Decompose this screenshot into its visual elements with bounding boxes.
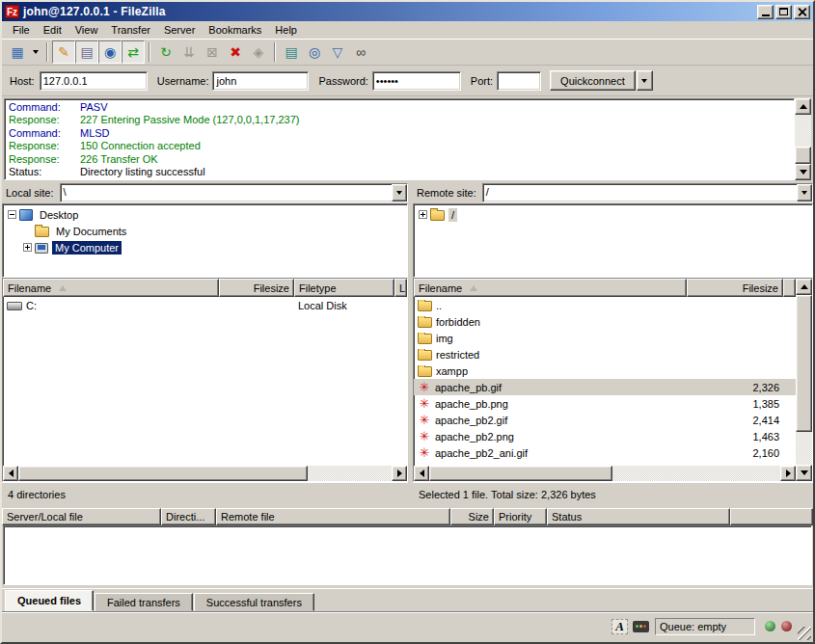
queue-col-size[interactable]: Size [450, 508, 494, 525]
toggle-remote-tree-button[interactable]: ◉ [98, 40, 122, 64]
local-file-row[interactable]: C: Local Disk [3, 297, 407, 313]
quickconnect-button[interactable]: Quickconnect [550, 70, 636, 91]
local-col-filesize[interactable]: Filesize [219, 279, 294, 297]
queue-list-area[interactable] [3, 525, 812, 585]
process-queue-button[interactable]: ⇊ [177, 40, 201, 64]
log-scrollbar[interactable] [795, 98, 811, 180]
username-input[interactable] [212, 71, 309, 91]
scroll-right-button[interactable] [392, 466, 407, 481]
host-input[interactable] [40, 71, 148, 91]
scroll-thumb[interactable] [795, 147, 811, 164]
speed-limits-icon[interactable] [633, 621, 649, 632]
queue-col-direction[interactable]: Directi... [161, 508, 216, 525]
close-button[interactable] [794, 5, 810, 19]
scroll-down-button[interactable] [796, 465, 812, 481]
tab-queued-files[interactable]: Queued files [5, 590, 94, 611]
refresh-button[interactable]: ↻ [154, 40, 177, 64]
scroll-down-button[interactable] [795, 164, 811, 180]
remote-site-dropdown[interactable] [797, 184, 812, 201]
resize-grip[interactable] [798, 627, 811, 640]
toggle-log-button[interactable]: ✎ [52, 40, 75, 64]
collapse-icon[interactable] [8, 210, 16, 219]
expand-icon[interactable] [419, 210, 427, 219]
menu-bookmarks[interactable]: Bookmarks [202, 22, 268, 38]
remote-file-row[interactable]: .. [414, 297, 796, 313]
scroll-track[interactable] [308, 466, 392, 481]
remote-file-row[interactable]: ✳apache_pb2.gif 2,414 [414, 412, 796, 428]
queue-col-status[interactable]: Status [547, 508, 730, 525]
menu-transfer[interactable]: Transfer [104, 22, 157, 38]
local-site-combo[interactable]: \ [60, 183, 408, 202]
search-button[interactable]: ∞ [349, 40, 372, 64]
expand-icon[interactable] [23, 243, 32, 252]
tree-item-desktop[interactable]: Desktop [5, 206, 407, 223]
remote-file-row[interactable]: img [414, 330, 796, 346]
remote-hscrollbar[interactable] [414, 466, 796, 481]
site-manager-dropdown[interactable] [29, 40, 42, 64]
maximize-button[interactable] [775, 5, 792, 19]
local-site-dropdown[interactable] [392, 184, 407, 201]
status-bar: A Queue: empty [2, 611, 813, 640]
queue-col-priority[interactable]: Priority [494, 508, 547, 525]
tree-item-root[interactable]: / [416, 206, 812, 223]
menu-server[interactable]: Server [157, 22, 202, 38]
scroll-track[interactable] [795, 115, 811, 147]
remote-vscrollbar[interactable] [796, 279, 812, 481]
local-col-filetype[interactable]: Filetype [294, 279, 394, 297]
list-status-row: 4 directories Selected 1 file. Total siz… [2, 482, 813, 503]
remote-file-row[interactable]: ✳apache_pb2.png 1,463 [414, 428, 796, 444]
scroll-right-button[interactable] [780, 466, 796, 481]
queue-col-serverlocal[interactable]: Server/Local file [2, 508, 161, 525]
scroll-up-button[interactable] [795, 98, 811, 115]
scroll-left-button[interactable] [3, 466, 18, 481]
reconnect-button[interactable]: ◈ [247, 40, 270, 64]
filter-button[interactable]: ▽ [326, 40, 349, 64]
toggle-queue-button[interactable]: ⇄ [122, 40, 145, 64]
remote-file-row-selected[interactable]: ✳apache_pb.gif 2,326 [414, 379, 796, 395]
title-bar[interactable]: Fz john@127.0.0.1 - FileZilla [2, 2, 813, 21]
remote-file-row[interactable]: xampp [414, 362, 796, 379]
quickconnect-dropdown[interactable] [637, 70, 653, 91]
scroll-track[interactable] [796, 432, 812, 465]
port-input[interactable] [497, 71, 541, 91]
local-hscrollbar[interactable] [3, 466, 407, 481]
remote-col-filename[interactable]: Filename [414, 279, 687, 297]
menu-help[interactable]: Help [268, 22, 304, 38]
synchronized-browsing-icon: ◎ [309, 44, 320, 60]
remote-tree[interactable]: / [413, 203, 813, 278]
scroll-thumb[interactable] [796, 295, 812, 432]
remote-file-row[interactable]: forbidden [414, 313, 796, 330]
remote-col-filesize[interactable]: Filesize [687, 279, 783, 297]
scroll-thumb[interactable] [429, 466, 612, 481]
tab-successful-transfers[interactable]: Successful transfers [194, 593, 314, 611]
menu-view[interactable]: View [68, 22, 105, 38]
scroll-up-button[interactable] [796, 279, 812, 295]
disconnect-button[interactable]: ✖ [224, 40, 247, 64]
local-col-lastmodified[interactable]: L [394, 279, 407, 297]
minimize-button[interactable] [757, 5, 774, 19]
remote-file-row[interactable]: ✳apache_pb2_ani.gif 2,160 [414, 444, 796, 461]
tree-item-my-documents[interactable]: My Documents [5, 223, 407, 239]
toggle-local-tree-button[interactable]: ▤ [75, 40, 98, 64]
scroll-track[interactable] [612, 466, 780, 481]
local-col-filename[interactable]: Filename [3, 279, 219, 297]
local-tree[interactable]: Desktop My Documents My Computer [2, 203, 408, 278]
tree-item-my-computer[interactable]: My Computer [5, 239, 407, 255]
cancel-operation-button[interactable]: ⊠ [201, 40, 224, 64]
synchronized-browsing-button[interactable]: ◎ [303, 40, 326, 64]
local-rows[interactable]: C: Local Disk [3, 297, 407, 466]
remote-file-row[interactable]: ✳apache_pb.png 1,385 [414, 395, 796, 412]
remote-rows[interactable]: .. forbidden img restricted [414, 297, 796, 466]
menu-file[interactable]: File [6, 22, 37, 38]
remote-site-combo[interactable]: / [482, 183, 813, 202]
directory-comparison-button[interactable]: ▤ [280, 40, 303, 64]
queue-col-remotefile[interactable]: Remote file [216, 508, 450, 525]
menu-edit[interactable]: Edit [37, 22, 68, 38]
site-manager-button[interactable]: ▦ [6, 40, 29, 64]
password-input[interactable] [372, 71, 461, 91]
scroll-left-button[interactable] [414, 466, 429, 481]
transfer-type-ascii-icon[interactable]: A [611, 619, 628, 634]
scroll-thumb[interactable] [18, 466, 308, 481]
remote-file-row[interactable]: restricted [414, 346, 796, 362]
tab-failed-transfers[interactable]: Failed transfers [95, 593, 193, 611]
